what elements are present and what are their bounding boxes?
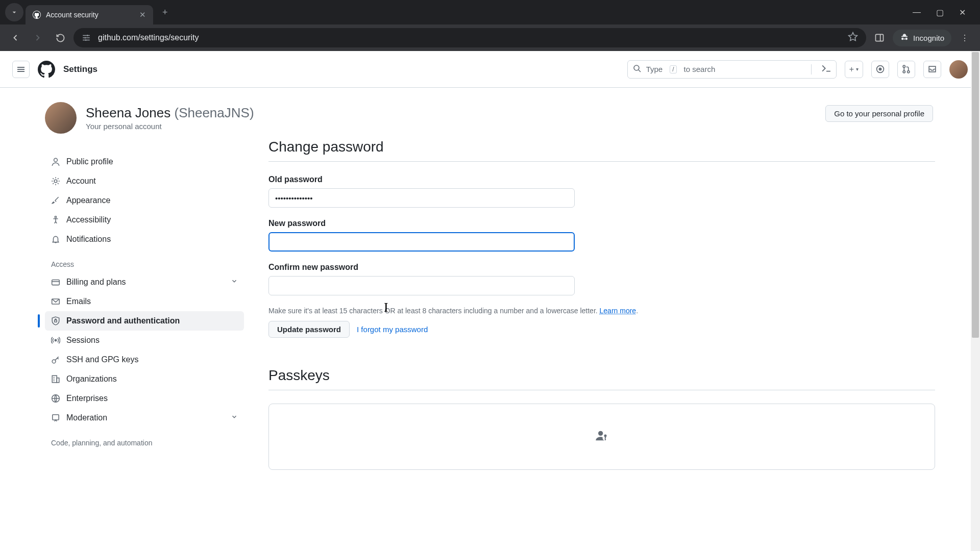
svg-rect-4 [876,34,884,41]
paintbrush-icon [51,196,60,205]
notifications-inbox-button[interactable] [923,61,941,78]
url-text: github.com/settings/security [98,33,841,42]
shield-lock-icon [51,316,60,325]
pull-requests-button[interactable] [897,61,915,78]
svg-point-0 [85,39,87,41]
new-password-label: New password [268,219,935,228]
sidebar-item-emails[interactable]: Emails [45,292,244,311]
broadcast-icon [51,336,60,345]
confirm-password-input[interactable] [268,276,575,295]
svg-rect-20 [55,320,57,322]
search-prefix: Type [646,65,663,73]
page-title: Settings [63,64,97,74]
nav-menu-button[interactable] [12,61,30,78]
site-settings-icon[interactable] [82,33,91,42]
person-icon [51,157,60,166]
scrollbar[interactable] [971,51,980,551]
side-panel-button[interactable] [870,29,889,47]
confirm-password-label: Confirm new password [268,263,935,272]
sidebar-item-billing[interactable]: Billing and plans [45,272,244,292]
sidebar-item-label: Sessions [66,336,100,345]
svg-point-12 [903,71,905,73]
forward-button[interactable] [29,29,47,47]
profile-display-name: Sheena Jones [86,105,170,120]
reload-button[interactable] [51,29,69,47]
hint-text: Make sure it's at least 15 characters OR… [268,307,600,315]
forgot-password-link[interactable]: I forgot my password [357,325,428,334]
old-password-input[interactable] [268,188,575,208]
sidebar-item-password-auth[interactable]: Password and authentication [45,311,244,331]
svg-rect-29 [53,415,59,420]
create-new-dropdown[interactable]: + ▾ [845,61,863,78]
incognito-badge[interactable]: Incognito [893,30,951,46]
sidebar-item-sessions[interactable]: Sessions [45,331,244,350]
caret-down-icon: ▾ [856,66,859,72]
profile-name: Sheena Jones (SheenaJNS) [86,105,254,121]
sidebar-item-label: Password and authentication [66,316,180,325]
sidebar-item-label: Notifications [66,235,111,244]
github-logo-icon[interactable] [38,61,55,78]
svg-point-6 [634,65,639,70]
svg-rect-17 [52,280,60,285]
incognito-label: Incognito [913,34,944,42]
key-icon [51,355,60,364]
chevron-down-icon [231,278,238,287]
old-password-label: Old password [268,175,935,184]
user-avatar[interactable] [949,60,968,79]
window-close-icon[interactable]: ✕ [959,8,966,17]
sidebar-item-public-profile[interactable]: Public profile [45,152,244,171]
sidebar-item-enterprises[interactable]: Enterprises [45,389,244,408]
tabs-search-button[interactable] [5,3,23,21]
tab-close-icon[interactable]: ✕ [139,10,146,19]
sidebar-item-account[interactable]: Account [45,171,244,191]
sidebar-item-ssh-keys[interactable]: SSH and GPG keys [45,350,244,369]
sidebar-item-label: SSH and GPG keys [66,355,138,364]
back-button[interactable] [6,29,24,47]
learn-more-link[interactable]: Learn more [600,307,636,315]
new-password-input[interactable] [268,232,575,252]
svg-point-13 [908,71,910,73]
hint-text-trail: . [636,307,638,315]
sidebar-item-label: Organizations [66,374,117,384]
globe-icon [51,394,60,403]
sidebar-item-label: Accessibility [66,215,111,224]
command-palette-icon[interactable] [817,64,831,74]
address-bar[interactable]: github.com/settings/security [74,28,866,47]
profile-handle: (SheenaJNS) [174,105,254,120]
accessibility-icon [51,215,60,224]
browser-tab[interactable]: Account security ✕ [26,5,153,24]
svg-point-1 [87,35,88,36]
browser-toolbar: github.com/settings/security Incognito ⋮ [0,24,980,51]
sidebar-item-notifications[interactable]: Notifications [45,230,244,249]
sidebar-item-label: Moderation [66,413,107,422]
sidebar-section-access: Access [45,249,244,272]
sidebar-item-appearance[interactable]: Appearance [45,191,244,210]
issues-button[interactable] [871,61,889,78]
passkeys-heading: Passkeys [268,367,935,390]
sidebar-item-moderation[interactable]: Moderation [45,408,244,428]
svg-point-14 [54,158,58,162]
sidebar-item-label: Billing and plans [66,278,126,287]
browser-menu-button[interactable]: ⋮ [955,29,974,47]
mail-icon [51,297,60,306]
sidebar-item-organizations[interactable]: Organizations [45,369,244,389]
change-password-heading: Change password [268,139,935,161]
chevron-down-icon [231,413,238,422]
search-input[interactable]: Type / to search [627,60,837,79]
svg-point-21 [55,339,56,341]
sidebar-item-label: Account [66,177,96,186]
bookmark-star-icon[interactable] [848,32,858,44]
update-password-button[interactable]: Update password [268,321,350,338]
sidebar-item-label: Public profile [66,157,113,166]
svg-point-16 [55,216,56,218]
report-icon [51,413,60,422]
tab-title: Account security [46,11,134,19]
sidebar-section-code: Code, planning, and automation [45,428,244,451]
scrollbar-thumb[interactable] [972,52,979,338]
gear-icon [51,177,60,186]
sidebar-item-accessibility[interactable]: Accessibility [45,210,244,230]
window-maximize-icon[interactable]: ▢ [936,8,944,17]
github-header: Settings Type / to search + ▾ [0,51,980,88]
new-tab-button[interactable]: + [162,7,168,18]
window-minimize-icon[interactable]: — [913,8,921,17]
